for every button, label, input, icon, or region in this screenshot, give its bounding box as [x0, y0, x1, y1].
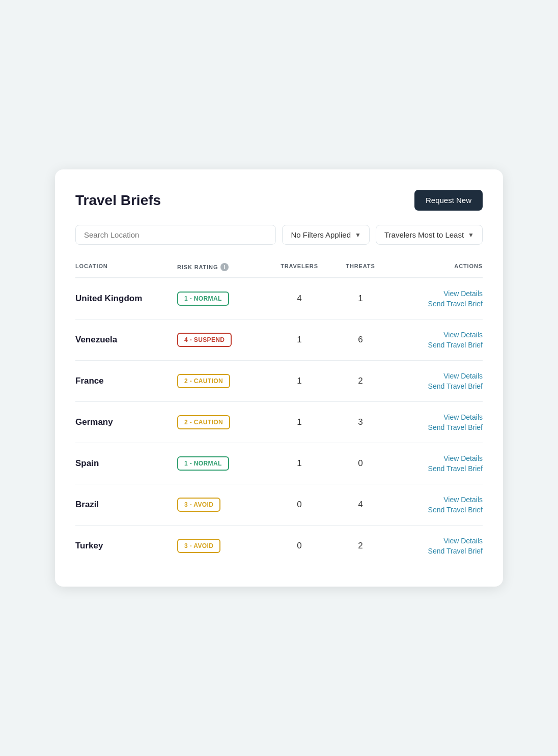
- travelers-count: 0: [269, 500, 330, 510]
- travelers-count: 1: [269, 417, 330, 427]
- risk-badge-cell: 2 - CAUTION: [177, 415, 269, 429]
- risk-badge-cell: 3 - AVOID: [177, 539, 269, 553]
- view-details-link[interactable]: View Details: [443, 331, 483, 339]
- view-details-link[interactable]: View Details: [443, 413, 483, 421]
- threats-count: 4: [330, 500, 391, 510]
- view-details-link[interactable]: View Details: [443, 537, 483, 545]
- location-name: United Kingdom: [75, 294, 177, 304]
- location-name: Brazil: [75, 500, 177, 510]
- actions-col: View Details Send Travel Brief: [391, 289, 483, 308]
- table-row: Brazil 3 - AVOID 0 4 View Details Send T…: [75, 484, 483, 526]
- threats-count: 1: [330, 294, 391, 304]
- threats-count: 3: [330, 417, 391, 427]
- send-travel-brief-link[interactable]: Send Travel Brief: [428, 423, 483, 431]
- send-travel-brief-link[interactable]: Send Travel Brief: [428, 341, 483, 349]
- view-details-link[interactable]: View Details: [443, 454, 483, 462]
- location-name: Spain: [75, 458, 177, 469]
- travelers-count: 0: [269, 541, 330, 551]
- col-header-risk: RISK RATING i: [177, 263, 269, 271]
- risk-badge-cell: 1 - NORMAL: [177, 456, 269, 471]
- col-header-actions: ACTIONS: [391, 263, 483, 271]
- send-travel-brief-link[interactable]: Send Travel Brief: [428, 382, 483, 390]
- risk-badge: 3 - AVOID: [177, 498, 220, 512]
- filters-dropdown[interactable]: No Filters Applied ▼: [282, 225, 369, 245]
- travelers-count: 4: [269, 294, 330, 304]
- table-row: France 2 - CAUTION 1 2 View Details Send…: [75, 361, 483, 402]
- threats-count: 0: [330, 458, 391, 469]
- threats-count: 6: [330, 335, 391, 345]
- send-travel-brief-link[interactable]: Send Travel Brief: [428, 300, 483, 308]
- actions-col: View Details Send Travel Brief: [391, 331, 483, 349]
- table-header: LOCATION RISK RATING i TRAVELERS THREATS…: [75, 259, 483, 278]
- sort-dropdown[interactable]: Travelers Most to Least ▼: [376, 225, 483, 245]
- col-header-threats: THREATS: [330, 263, 391, 271]
- request-new-button[interactable]: Request New: [414, 190, 483, 211]
- travelers-count: 1: [269, 376, 330, 386]
- view-details-link[interactable]: View Details: [443, 372, 483, 380]
- page-title: Travel Briefs: [75, 192, 161, 209]
- table-row: Turkey 3 - AVOID 0 2 View Details Send T…: [75, 526, 483, 566]
- travelers-count: 1: [269, 458, 330, 469]
- threats-count: 2: [330, 376, 391, 386]
- travelers-count: 1: [269, 335, 330, 345]
- actions-col: View Details Send Travel Brief: [391, 537, 483, 555]
- table-row: Germany 2 - CAUTION 1 3 View Details Sen…: [75, 402, 483, 443]
- filters-row: No Filters Applied ▼ Travelers Most to L…: [75, 225, 483, 245]
- actions-col: View Details Send Travel Brief: [391, 496, 483, 514]
- risk-badge: 2 - CAUTION: [177, 415, 230, 429]
- table-body: United Kingdom 1 - NORMAL 4 1 View Detai…: [75, 278, 483, 566]
- location-name: Venezuela: [75, 335, 177, 345]
- send-travel-brief-link[interactable]: Send Travel Brief: [428, 506, 483, 514]
- send-travel-brief-link[interactable]: Send Travel Brief: [428, 547, 483, 555]
- table-row: Spain 1 - NORMAL 1 0 View Details Send T…: [75, 443, 483, 484]
- header-row: Travel Briefs Request New: [75, 190, 483, 211]
- table-row: United Kingdom 1 - NORMAL 4 1 View Detai…: [75, 278, 483, 319]
- sort-label: Travelers Most to Least: [384, 230, 464, 239]
- risk-badge-cell: 4 - SUSPEND: [177, 333, 269, 347]
- actions-col: View Details Send Travel Brief: [391, 372, 483, 390]
- risk-badge: 4 - SUSPEND: [177, 333, 232, 347]
- view-details-link[interactable]: View Details: [443, 289, 483, 298]
- risk-info-icon[interactable]: i: [220, 263, 229, 271]
- filter-label: No Filters Applied: [291, 230, 351, 239]
- risk-badge-cell: 3 - AVOID: [177, 498, 269, 512]
- threats-count: 2: [330, 541, 391, 551]
- risk-badge: 1 - NORMAL: [177, 292, 229, 306]
- sort-chevron-icon: ▼: [468, 231, 474, 239]
- location-name: France: [75, 376, 177, 386]
- actions-col: View Details Send Travel Brief: [391, 413, 483, 431]
- search-input[interactable]: [75, 225, 276, 245]
- view-details-link[interactable]: View Details: [443, 496, 483, 504]
- col-header-location: LOCATION: [75, 263, 177, 271]
- send-travel-brief-link[interactable]: Send Travel Brief: [428, 464, 483, 473]
- location-name: Turkey: [75, 541, 177, 551]
- filter-chevron-icon: ▼: [355, 231, 361, 239]
- actions-col: View Details Send Travel Brief: [391, 454, 483, 473]
- risk-badge: 2 - CAUTION: [177, 374, 230, 388]
- table-row: Venezuela 4 - SUSPEND 1 6 View Details S…: [75, 319, 483, 361]
- risk-badge: 3 - AVOID: [177, 539, 220, 553]
- travel-briefs-card: Travel Briefs Request New No Filters App…: [55, 169, 503, 587]
- risk-badge: 1 - NORMAL: [177, 456, 229, 471]
- location-name: Germany: [75, 417, 177, 427]
- risk-badge-cell: 1 - NORMAL: [177, 292, 269, 306]
- col-header-travelers: TRAVELERS: [269, 263, 330, 271]
- risk-badge-cell: 2 - CAUTION: [177, 374, 269, 388]
